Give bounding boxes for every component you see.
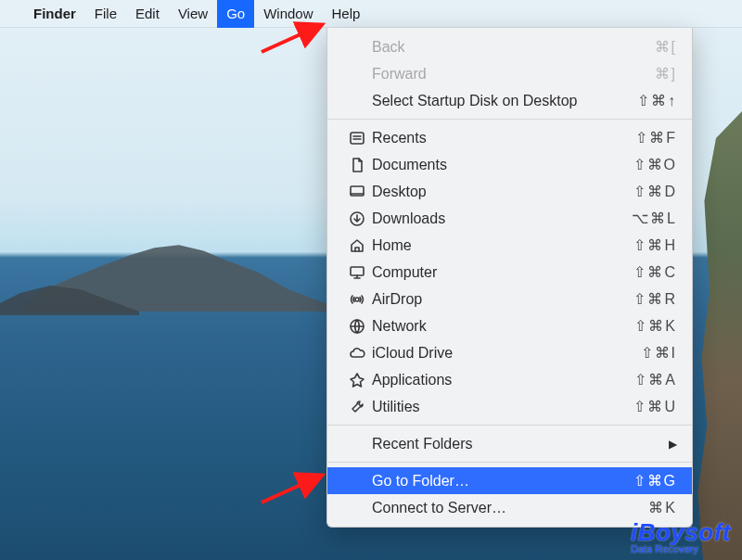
watermark: iBoysoft Data Recovery: [631, 518, 731, 554]
menubar-item-view[interactable]: View: [169, 0, 217, 28]
documents-icon: [346, 157, 368, 173]
menubar-app[interactable]: Finder: [24, 0, 85, 28]
menu-item-label: Back: [368, 39, 655, 56]
menu-item-label: AirDrop: [368, 291, 633, 308]
menu-item-label: Desktop: [368, 184, 633, 200]
airdrop-icon: [346, 291, 368, 308]
menu-item-label: Select Startup Disk on Desktop: [368, 93, 637, 109]
menu-item-label: Downloads: [368, 210, 632, 227]
menu-item-shortcut: ⇧⌘C: [633, 263, 677, 281]
menu-item-shortcut: ⇧⌘K: [634, 317, 677, 335]
watermark-brand: iBoysoft: [631, 518, 731, 546]
menu-item-computer[interactable]: Computer ⇧⌘C: [327, 259, 692, 286]
menubar: Finder File Edit View Go Window Help: [0, 0, 742, 28]
menu-item-documents[interactable]: Documents ⇧⌘O: [327, 151, 692, 178]
menu-item-go-to-folder[interactable]: Go to Folder… ⇧⌘G: [327, 467, 692, 494]
menu-item-home[interactable]: Home ⇧⌘H: [327, 232, 692, 259]
svg-rect-0: [351, 133, 364, 144]
menu-item-network[interactable]: Network ⇧⌘K: [327, 312, 692, 339]
menu-separator: [327, 119, 692, 120]
menubar-item-go[interactable]: Go: [217, 0, 254, 28]
menu-item-label: Home: [368, 237, 633, 254]
menu-item-back: Back ⌘[: [327, 33, 692, 60]
desktop-icon: [346, 184, 368, 200]
annotation-arrow-top: [258, 20, 332, 57]
menu-item-label: Network: [368, 318, 634, 335]
submenu-arrow-icon: ▶: [669, 438, 677, 451]
menu-item-shortcut: ⌥⌘L: [632, 210, 677, 227]
menu-item-select-startup-disk[interactable]: Select Startup Disk on Desktop ⇧⌘↑: [327, 87, 692, 114]
menu-item-label: Recents: [368, 130, 635, 146]
menu-item-shortcut: ⌘K: [648, 499, 677, 516]
menu-item-label: Computer: [368, 264, 633, 281]
menu-item-shortcut: ⇧⌘A: [634, 371, 677, 388]
menu-item-shortcut: ⇧⌘↑: [637, 92, 677, 109]
menu-item-shortcut: ⇧⌘D: [633, 183, 677, 200]
menu-item-label: Applications: [368, 372, 634, 388]
menu-item-shortcut: ⇧⌘G: [633, 472, 677, 490]
menu-item-label: Forward: [368, 66, 655, 83]
recents-icon: [346, 130, 368, 146]
menu-item-shortcut: ⇧⌘I: [641, 344, 677, 362]
applications-icon: [346, 372, 368, 388]
svg-rect-3: [351, 267, 364, 275]
menu-item-recent-folders[interactable]: Recent Folders ▶: [327, 430, 692, 457]
menu-item-shortcut: ⇧⌘R: [633, 290, 677, 308]
menu-item-airdrop[interactable]: AirDrop ⇧⌘R: [327, 286, 692, 312]
menu-item-forward: Forward ⌘]: [327, 60, 692, 87]
menu-item-recents[interactable]: Recents ⇧⌘F: [327, 124, 692, 151]
menu-item-shortcut: ⇧⌘U: [633, 398, 677, 415]
utilities-icon: [346, 399, 368, 415]
menubar-item-file[interactable]: File: [85, 0, 126, 28]
menu-item-shortcut: ⌘[: [655, 38, 677, 56]
icloud-icon: [346, 345, 368, 362]
svg-line-6: [262, 26, 319, 52]
menu-separator: [327, 425, 692, 426]
menu-item-label: iCloud Drive: [368, 345, 641, 362]
svg-line-7: [262, 477, 319, 503]
home-icon: [346, 237, 368, 254]
menu-item-shortcut: ⇧⌘O: [633, 156, 677, 173]
annotation-arrow-bottom: [258, 471, 332, 508]
menu-item-label: Recent Folders: [368, 436, 669, 452]
svg-point-4: [355, 298, 359, 301]
menu-item-utilities[interactable]: Utilities ⇧⌘U: [327, 393, 692, 420]
menu-item-downloads[interactable]: Downloads ⌥⌘L: [327, 205, 692, 232]
menu-item-label: Utilities: [368, 399, 633, 415]
menu-item-desktop[interactable]: Desktop ⇧⌘D: [327, 178, 692, 205]
menu-item-icloud-drive[interactable]: iCloud Drive ⇧⌘I: [327, 339, 692, 366]
desktop: Finder File Edit View Go Window Help Bac…: [0, 0, 742, 560]
downloads-icon: [346, 210, 368, 227]
menubar-item-edit[interactable]: Edit: [126, 0, 169, 28]
computer-icon: [346, 264, 368, 281]
menu-item-label: Documents: [368, 157, 633, 173]
menu-item-shortcut: ⌘]: [655, 65, 677, 83]
menu-item-shortcut: ⇧⌘F: [635, 129, 677, 146]
menu-item-shortcut: ⇧⌘H: [633, 236, 677, 254]
menu-separator: [327, 462, 692, 463]
menu-item-label: Connect to Server…: [368, 500, 648, 516]
network-icon: [346, 318, 368, 335]
go-menu-dropdown: Back ⌘[ Forward ⌘] Select Startup Disk o…: [326, 28, 693, 528]
menu-item-applications[interactable]: Applications ⇧⌘A: [327, 366, 692, 393]
menu-item-label: Go to Folder…: [368, 473, 633, 490]
menu-item-connect-to-server[interactable]: Connect to Server… ⌘K: [327, 494, 692, 521]
